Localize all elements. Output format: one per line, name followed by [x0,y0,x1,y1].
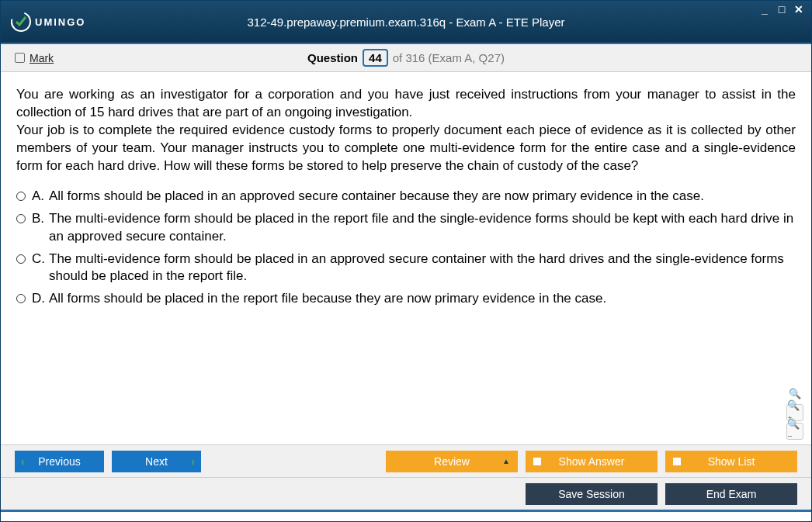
nav-bar: ‹ Previous Next › Review ▲ Show Answer S… [1,444,811,477]
radio-icon [16,254,26,264]
answer-letter: B. [32,210,49,228]
radio-icon [16,294,26,303]
previous-label: Previous [38,455,80,468]
answer-letter: C. [32,251,49,268]
triangle-up-icon: ▲ [502,457,510,465]
show-list-label: Show List [708,455,755,468]
end-exam-button[interactable]: End Exam [665,483,797,505]
window-controls: _ □ ✕ [758,4,805,15]
save-session-label: Save Session [558,488,625,500]
question-text: You are working as an investigator for a… [16,86,796,175]
question-total: of 316 (Exam A, Q27) [393,51,505,64]
question-counter: Question 44 of 316 (Exam A, Q27) [307,49,505,67]
next-button[interactable]: Next › [112,451,201,472]
mark-checkbox[interactable]: Mark [15,52,54,64]
review-label: Review [434,455,470,468]
show-list-button[interactable]: Show List [665,451,797,472]
window-title: 312-49.prepaway.premium.exam.316q - Exam… [247,16,564,29]
show-answer-button[interactable]: Show Answer [526,451,658,472]
radio-icon [16,192,26,201]
square-icon [533,458,541,465]
question-number: 44 [363,49,388,67]
title-bar: UMINGO 312-49.prepaway.premium.exam.316q… [1,1,811,44]
next-label: Next [145,455,168,468]
logo: UMINGO [10,11,85,33]
answer-letter: A. [32,188,49,206]
question-header: Mark Question 44 of 316 (Exam A, Q27) [1,44,811,72]
review-button[interactable]: Review ▲ [386,451,518,472]
answer-letter: D. [32,290,49,308]
mark-label: Mark [29,52,54,64]
close-icon[interactable]: ✕ [793,4,805,15]
answer-option[interactable]: B.The multi-evidence form should be plac… [16,210,796,246]
answer-text: The multi-evidence form should be placed… [49,210,796,246]
logo-checkmark-icon [10,11,32,33]
chevron-right-icon: › [191,455,195,468]
answer-option[interactable]: C.The multi-evidence form should be plac… [16,251,796,286]
answer-text: The multi-evidence form should be placed… [49,251,796,286]
end-exam-label: End Exam [706,488,757,500]
answer-list: A.All forms should be placed in an appro… [16,188,796,309]
answer-text: All forms should be placed in the report… [49,290,796,308]
zoom-controls: 🔍 🔍⁺ 🔍⁻ [786,385,803,440]
answer-option[interactable]: A.All forms should be placed in an appro… [16,188,796,206]
answer-option[interactable]: D.All forms should be placed in the repo… [16,290,796,308]
chevron-left-icon: ‹ [21,455,25,468]
show-answer-label: Show Answer [559,455,625,468]
radio-icon [16,214,26,223]
maximize-icon[interactable]: □ [776,4,788,15]
square-icon [673,458,681,465]
minimize-icon[interactable]: _ [758,4,771,15]
bottom-border [1,510,811,512]
save-session-button[interactable]: Save Session [526,483,658,505]
question-content: You are working as an investigator for a… [1,72,811,444]
zoom-out-icon[interactable]: 🔍⁻ [786,423,803,440]
answer-text: All forms should be placed in an approve… [49,188,796,206]
previous-button[interactable]: ‹ Previous [15,451,104,472]
logo-text: UMINGO [35,16,85,28]
question-label: Question [307,51,358,64]
checkbox-icon [15,53,25,63]
bottom-bar: Save Session End Exam [1,477,811,510]
